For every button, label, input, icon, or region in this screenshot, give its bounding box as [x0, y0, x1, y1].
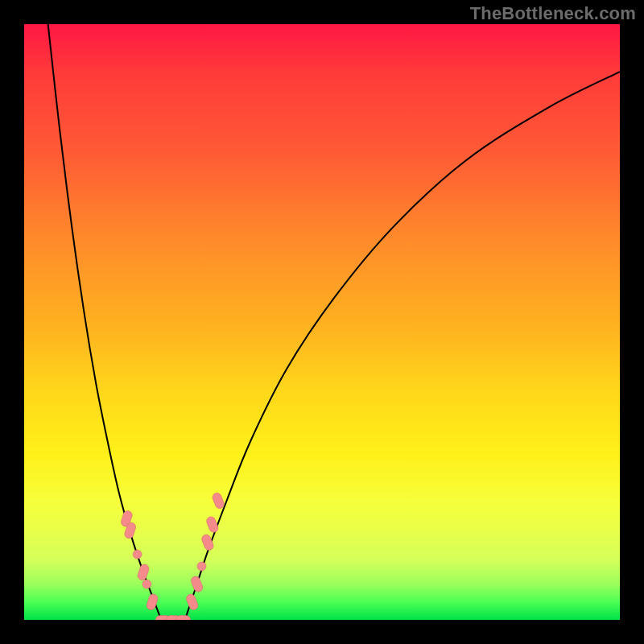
plot-area	[24, 24, 620, 620]
data-marker	[133, 550, 142, 559]
data-marker	[176, 616, 191, 621]
watermark-text: TheBottleneck.com	[470, 3, 636, 24]
data-marker	[211, 492, 225, 510]
bottleneck-curve-right	[185, 72, 620, 620]
chart-container: TheBottleneck.com	[0, 0, 644, 644]
bottleneck-curve-left	[48, 24, 162, 620]
data-marker	[137, 564, 151, 581]
data-marker	[190, 575, 204, 593]
data-marker	[197, 562, 206, 571]
chart-svg	[24, 24, 620, 620]
markers-group	[120, 492, 225, 620]
data-marker	[142, 580, 151, 588]
data-marker	[205, 515, 220, 534]
data-marker	[185, 592, 200, 611]
